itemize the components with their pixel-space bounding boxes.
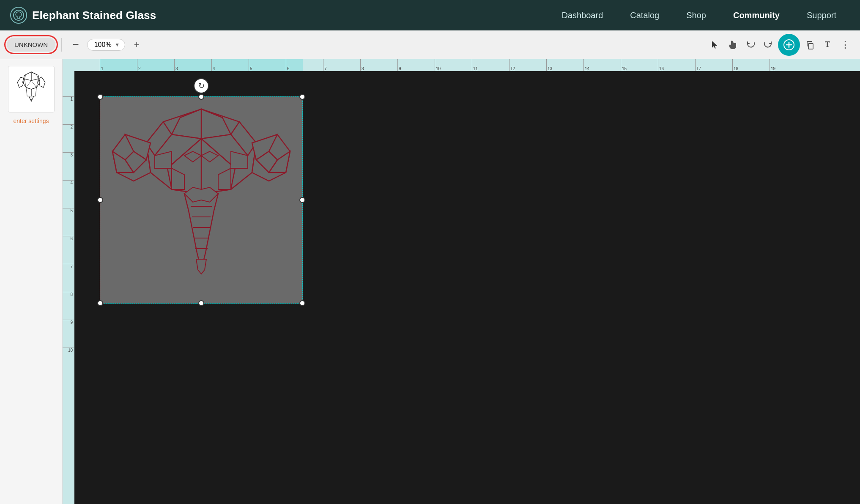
add-button[interactable] <box>778 34 800 56</box>
svg-marker-36 <box>184 194 218 270</box>
ruler-h-9: 9 <box>397 59 435 71</box>
ruler-v-10: 10 <box>63 348 74 375</box>
text-button[interactable]: T <box>819 37 835 53</box>
svg-marker-10 <box>26 88 31 96</box>
ruler-v-6: 6 <box>63 236 74 264</box>
ruler-v-1: 1 <box>63 96 74 124</box>
hand-tool-button[interactable] <box>725 37 741 53</box>
undo-button[interactable] <box>742 37 759 53</box>
ruler-h-13: 13 <box>546 59 583 71</box>
top-nav: Elephant Stained Glass Dashboard Catalog… <box>0 0 860 30</box>
nav-logo: Elephant Stained Glass <box>10 7 156 24</box>
ruler-h-4: 4 <box>211 59 249 71</box>
ruler-h-14: 14 <box>583 59 621 71</box>
ruler-corner <box>63 59 74 71</box>
more-icon: ⋮ <box>841 40 850 49</box>
nav-support[interactable]: Support <box>793 11 850 20</box>
thumbnail-image <box>12 70 50 108</box>
add-icon <box>783 39 795 51</box>
nav-community[interactable]: Community <box>720 11 793 20</box>
undo-icon <box>746 40 755 49</box>
canvas-content: ↻ <box>74 71 860 504</box>
ruler-h-11: 11 <box>472 59 509 71</box>
sidebar: enter settings <box>0 59 63 504</box>
ruler-h-1: 1 <box>100 59 137 71</box>
unknown-button[interactable]: UNKNOWN <box>7 38 55 52</box>
ruler-h-18: 18 <box>732 59 770 71</box>
enter-settings-label[interactable]: enter settings <box>13 118 49 124</box>
ruler-v-5: 5 <box>63 208 74 236</box>
ruler-v-8: 8 <box>63 292 74 320</box>
ruler-v-9: 9 <box>63 320 74 348</box>
hand-icon <box>728 40 737 49</box>
zoom-out-button[interactable]: − <box>68 37 84 53</box>
text-icon: T <box>825 40 830 49</box>
canvas-area[interactable]: 1 2 3 4 5 6 7 8 9 10 11 12 13 14 15 16 1… <box>63 59 860 504</box>
app-title: Elephant Stained Glass <box>32 9 156 22</box>
ruler-v-7: 7 <box>63 264 74 292</box>
ruler-h-6: 6 <box>286 59 323 71</box>
horizontal-ruler: 1 2 3 4 5 6 7 8 9 10 11 12 13 14 15 16 1… <box>74 59 860 71</box>
vertical-ruler: 1 2 3 4 5 6 7 8 9 10 <box>63 71 74 504</box>
logo-icon <box>10 7 27 24</box>
zoom-dropdown-arrow[interactable]: ▼ <box>115 42 120 48</box>
cursor-icon <box>710 40 720 49</box>
ruler-h-2: 2 <box>137 59 174 71</box>
ruler-h-3: 3 <box>174 59 211 71</box>
zoom-control: 100% ▼ <box>87 39 125 51</box>
elephant-stained-glass-svg <box>100 96 303 304</box>
ruler-h-16: 16 <box>658 59 695 71</box>
ruler-h-7: 7 <box>323 59 360 71</box>
zoom-value: 100% <box>93 41 113 49</box>
nav-dashboard[interactable]: Dashboard <box>548 11 616 20</box>
nav-shop[interactable]: Shop <box>673 11 720 20</box>
ruler-h-10: 10 <box>435 59 472 71</box>
redo-button[interactable] <box>760 37 776 53</box>
nav-links: Dashboard Catalog Shop Community Support <box>548 11 850 20</box>
main-area: enter settings 1 2 3 4 5 6 7 8 9 10 11 1… <box>0 59 860 504</box>
ruler-h-8: 8 <box>360 59 397 71</box>
ruler-v-3: 3 <box>63 152 74 180</box>
ruler-h-5: 5 <box>249 59 286 71</box>
ruler-h-19: 19 <box>770 59 807 71</box>
more-options-button[interactable]: ⋮ <box>837 37 853 53</box>
rotate-handle[interactable]: ↻ <box>194 78 209 93</box>
zoom-in-button[interactable]: + <box>129 37 145 53</box>
svg-marker-11 <box>31 88 36 96</box>
svg-marker-43 <box>196 259 206 274</box>
svg-rect-4 <box>808 44 813 49</box>
design-image-container <box>100 96 303 304</box>
ruler-v-2: 2 <box>63 124 74 152</box>
copy-icon <box>805 40 814 49</box>
sidebar-thumbnail[interactable] <box>8 66 55 112</box>
copy-button[interactable] <box>802 37 818 53</box>
toolbar: UNKNOWN − 100% ▼ + <box>0 30 860 59</box>
ruler-h-12: 12 <box>509 59 546 71</box>
nav-catalog[interactable]: Catalog <box>616 11 673 20</box>
cursor-tool-button[interactable] <box>707 37 723 53</box>
ruler-h-15: 15 <box>621 59 658 71</box>
redo-icon <box>764 40 773 49</box>
ruler-h-17: 17 <box>695 59 732 71</box>
toolbar-separator-1 <box>61 38 62 52</box>
toolbar-right: T ⋮ <box>707 34 853 56</box>
ruler-v-4: 4 <box>63 180 74 208</box>
